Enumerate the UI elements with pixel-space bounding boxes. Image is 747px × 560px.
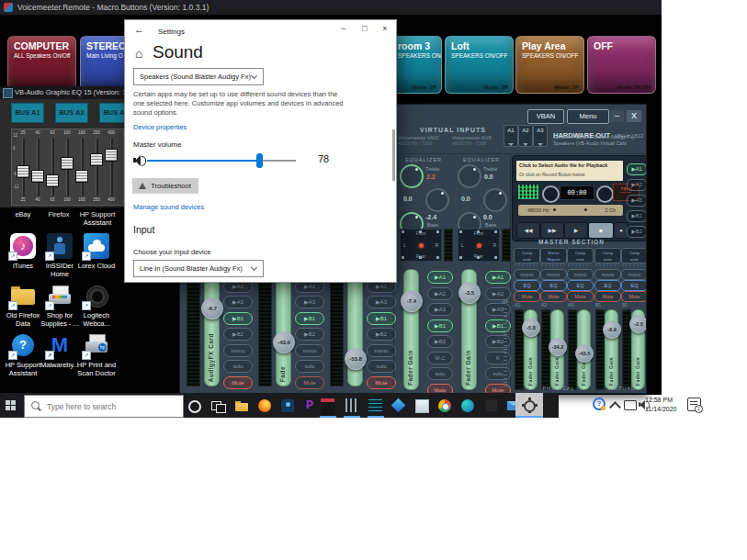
settings-task-active[interactable] bbox=[515, 393, 543, 418]
a2-mute-button[interactable]: Mute bbox=[540, 291, 567, 302]
tray-chevron-icon[interactable] bbox=[609, 401, 621, 413]
hw-strip-1-mono-button[interactable]: mono bbox=[223, 344, 253, 357]
search-input[interactable] bbox=[45, 398, 177, 414]
eq-slider-2[interactable] bbox=[37, 139, 40, 196]
a1-fader[interactable]: Fader Gain-5.8 bbox=[524, 309, 538, 390]
a1-eq-button[interactable]: EQ bbox=[514, 280, 540, 291]
b1-fader[interactable]: Fader Gain-8.9 bbox=[605, 309, 618, 390]
b1-fader-knob[interactable]: -8.9 bbox=[603, 320, 621, 339]
aux-a2-button[interactable]: ▶A2 bbox=[485, 287, 511, 300]
firefox-button[interactable] bbox=[255, 395, 275, 416]
purple-p-app-button[interactable]: P bbox=[300, 395, 320, 416]
eq-slider-6[interactable] bbox=[96, 139, 98, 196]
start-button[interactable] bbox=[0, 393, 22, 418]
aux-a1-button[interactable]: ▶A1 bbox=[485, 271, 511, 284]
aux-treble-knob[interactable] bbox=[458, 164, 481, 188]
eq-slider-2-thumb[interactable] bbox=[31, 170, 44, 183]
vm-minimize-button[interactable]: – bbox=[610, 110, 624, 122]
a3-mute-button[interactable]: Mute bbox=[567, 291, 594, 302]
stop-button[interactable]: ■ bbox=[588, 222, 614, 239]
recorder-a1-button[interactable]: ▶A1 bbox=[627, 163, 647, 175]
eq-slider-3[interactable] bbox=[51, 139, 54, 196]
desktop-icon-hp-print-scan-doctor[interactable]: hp ↗ bbox=[84, 332, 109, 358]
taskbar-clock[interactable]: 12:58 PM 11/14/2020 bbox=[645, 396, 684, 414]
pan-position-dot[interactable] bbox=[477, 243, 481, 248]
b1-eq-button[interactable]: EQ bbox=[594, 280, 621, 291]
hw-strip-3-fader-knob[interactable]: -53.8 bbox=[345, 348, 367, 370]
taskbar-search[interactable] bbox=[24, 395, 184, 418]
vaio-solo-button[interactable]: solo bbox=[427, 367, 453, 380]
recorder-a2-button[interactable]: ▶A2 bbox=[627, 179, 647, 191]
settings-scrollbar[interactable] bbox=[392, 129, 395, 181]
hw-strip-2-b1-button[interactable]: ▶B1 bbox=[295, 312, 324, 325]
vaio-b1-button[interactable]: ▶B1 bbox=[427, 319, 453, 332]
b2-eq-button[interactable]: EQ bbox=[621, 280, 647, 291]
volume-slider-handle[interactable] bbox=[256, 153, 263, 168]
vaio-fader-knob[interactable]: -7.4 bbox=[401, 290, 423, 312]
desktop-icon-old-firefox-data[interactable]: ↗ bbox=[10, 283, 36, 308]
a1-busmode-button[interactable]: Composite bbox=[514, 248, 540, 263]
b2-fader-knob[interactable]: -2.5 bbox=[629, 315, 647, 333]
b1-busmode-button[interactable]: Composite bbox=[594, 248, 621, 263]
task-view-button[interactable] bbox=[208, 395, 228, 416]
sticky-notes-task[interactable] bbox=[412, 395, 432, 416]
desktop-icon-shop-for-supplies[interactable]: ↗ bbox=[47, 283, 73, 308]
desktop-icon-label-firefox[interactable]: Firefox bbox=[41, 210, 76, 218]
vaio-treble-knob[interactable] bbox=[400, 164, 424, 188]
vaio-a1-button[interactable]: ▶A1 bbox=[427, 271, 453, 284]
macro-button-off[interactable]: OFF Mode: PUSH bbox=[587, 36, 656, 94]
a2-fader[interactable]: Fader Gain-34.2 bbox=[550, 309, 564, 390]
a3-fader-knob[interactable]: -43.5 bbox=[575, 344, 594, 363]
a3-eq-button[interactable]: EQ bbox=[567, 280, 594, 291]
recorder-a3-button[interactable]: ▶A3 bbox=[627, 195, 647, 207]
hw-strip-1-mute-button[interactable]: Mute bbox=[223, 376, 253, 389]
hw-strip-1-solo-button[interactable]: solo bbox=[223, 360, 253, 373]
store-button[interactable] bbox=[481, 395, 501, 416]
a2-eq-button[interactable]: EQ bbox=[540, 280, 567, 291]
desktop-icon-hp-support-assistant[interactable]: ? ↗ bbox=[10, 332, 36, 358]
a3-fader[interactable]: Fader Gain-43.5 bbox=[577, 309, 591, 390]
vm-close-button[interactable]: X bbox=[627, 110, 641, 122]
eq-slider-5-thumb[interactable] bbox=[75, 170, 88, 183]
bus-select-a1[interactable]: A1 bbox=[504, 125, 518, 147]
vm-menu-button[interactable]: Menu bbox=[567, 109, 609, 124]
a1-mute-button[interactable]: Mute bbox=[514, 291, 540, 302]
play-button[interactable]: ▶ bbox=[564, 222, 588, 239]
vaio-a2-button[interactable]: ▶A2 bbox=[427, 287, 453, 300]
eq-slider-5[interactable] bbox=[81, 139, 84, 196]
hw-strip-2-b2-button[interactable]: ▶B2 bbox=[295, 328, 324, 341]
desktop-icon-malwarebytes[interactable]: M↗ bbox=[47, 332, 73, 358]
cortana-button[interactable] bbox=[184, 395, 204, 416]
b2-busmode-button[interactable]: Composite bbox=[621, 248, 647, 263]
device-properties-link[interactable]: Device properties bbox=[133, 123, 187, 131]
hw-strip-3-solo-button[interactable]: solo bbox=[367, 360, 396, 373]
vaio-a3-button[interactable]: ▶A3 bbox=[427, 303, 453, 316]
vaio-fader[interactable]: Fader Gain -7.4 bbox=[403, 269, 419, 390]
vaio-pan-box[interactable]: Front L R Rear bbox=[400, 229, 442, 262]
chrome-button[interactable] bbox=[435, 395, 455, 416]
network-icon[interactable] bbox=[624, 400, 637, 410]
hp-tray-icon[interactable]: ? bbox=[593, 398, 606, 410]
a3-mono-button[interactable]: mono bbox=[567, 269, 594, 280]
voicemeeter-macro-buttons-task[interactable] bbox=[318, 395, 338, 416]
a1-mono-button[interactable]: mono bbox=[514, 269, 540, 280]
eq-bus-a3-tab[interactable]: BUS A3 bbox=[99, 103, 124, 123]
aux-pan-box[interactable]: Front L R Rear bbox=[458, 229, 500, 262]
input-device-dropdown[interactable]: Line In (Sound Blaster Audigy Fx) bbox=[133, 260, 264, 277]
eq-slider-3-thumb[interactable] bbox=[46, 174, 59, 187]
a2-mono-button[interactable]: mono bbox=[540, 269, 567, 280]
aux-fader[interactable]: Fader Gain -3.5 bbox=[461, 269, 477, 390]
macro-button-loft[interactable]: Loft SPEAKERS ON/OFF Mode: 2P bbox=[445, 36, 514, 94]
recorder-file-selector[interactable]: Click to Select Audio file for Playback … bbox=[516, 161, 623, 181]
macro-button-computer[interactable]: COMPUTER ALL Speakers On/Off bbox=[7, 36, 76, 94]
eq-slider-7-thumb[interactable] bbox=[105, 149, 118, 162]
eq-slider-7[interactable] bbox=[110, 139, 113, 196]
desktop-icon-lorex-cloud[interactable]: ↗ bbox=[84, 233, 109, 259]
vaio-mid-knob[interactable] bbox=[425, 188, 449, 212]
graphic-eq-task[interactable] bbox=[342, 395, 362, 416]
lorex-task[interactable] bbox=[389, 395, 409, 416]
hw-strip-2-solo-button[interactable]: solo bbox=[295, 360, 324, 373]
b2-fader[interactable]: Fader Gain-2.5 bbox=[631, 309, 645, 390]
recorder-b1-button[interactable]: ▶B1 bbox=[627, 210, 647, 222]
desktop-icon-inssider[interactable]: ↗ bbox=[47, 233, 73, 259]
